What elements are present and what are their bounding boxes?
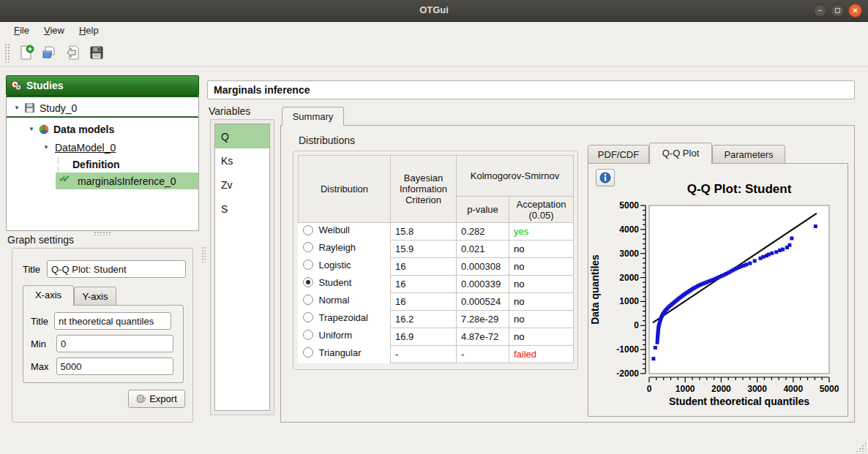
tree-item-definition[interactable]: Definition <box>7 156 198 173</box>
tree-item-study-label: Study_0 <box>40 102 77 114</box>
column-header-distribution: Distribution <box>299 156 391 223</box>
expand-arrow-icon[interactable]: ▼ <box>42 144 50 151</box>
table-row[interactable]: Normal 16 0.000524 no <box>299 293 574 311</box>
menu-bar: File View Help <box>0 22 868 39</box>
new-study-button[interactable] <box>15 42 38 64</box>
svg-text:-1000: -1000 <box>616 344 639 355</box>
pvalue-value: 0.000308 <box>457 258 509 276</box>
variable-item-s[interactable]: S <box>215 197 269 221</box>
axis-max-label: Max <box>31 361 49 372</box>
svg-text:Student theoretical quantiles: Student theoretical quantiles <box>669 396 809 407</box>
radio-button[interactable] <box>303 225 313 235</box>
radio-button[interactable] <box>303 312 313 322</box>
x-axis-settings: Title Min Max <box>23 305 184 383</box>
tab-y-axis[interactable]: Y-axis <box>74 287 116 306</box>
svg-text:2000: 2000 <box>711 384 731 394</box>
import-script-button[interactable] <box>61 42 85 64</box>
radio-button[interactable] <box>303 347 313 357</box>
pvalue-value: 7.28e-29 <box>457 311 509 328</box>
export-icon <box>136 394 146 404</box>
table-row[interactable]: Student 16 0.000339 no <box>299 276 574 293</box>
tree-item-data-models-label: Data models <box>53 124 114 135</box>
maximize-icon[interactable] <box>831 4 845 18</box>
variable-item-zv[interactable]: Zv <box>215 173 269 197</box>
save-button[interactable] <box>85 42 108 64</box>
graph-title-label: Title <box>23 264 40 275</box>
export-button[interactable]: Export <box>128 390 185 408</box>
acceptation-value: failed <box>509 346 574 363</box>
svg-text:0: 0 <box>634 320 639 330</box>
horizontal-splitter-handle[interactable] <box>94 231 111 235</box>
bic-value: 16.2 <box>391 311 457 328</box>
graph-title-input[interactable] <box>47 260 186 278</box>
tab-parameters[interactable]: Parameters <box>712 145 785 163</box>
variable-item-q[interactable]: Q <box>215 124 269 148</box>
menu-view[interactable]: View <box>37 23 71 37</box>
otgui-logo-icon <box>11 80 22 91</box>
tree-item-data-models[interactable]: ▼ Data models <box>7 121 198 137</box>
expand-arrow-icon[interactable]: ▼ <box>12 105 21 111</box>
svg-text:1000: 1000 <box>676 384 695 394</box>
radio-button[interactable] <box>303 330 313 340</box>
axis-min-input[interactable] <box>56 335 173 352</box>
axis-title-input[interactable] <box>54 312 171 330</box>
export-button-label: Export <box>149 393 177 404</box>
radio-button[interactable] <box>303 242 313 252</box>
tree-item-marginals-inference[interactable]: ✔✔ marginalsInference_0 <box>7 173 198 189</box>
tab-x-axis[interactable]: X-axis <box>23 285 74 306</box>
analysis-check-icon: ✔✔ <box>59 175 73 188</box>
svg-text:4000: 4000 <box>619 224 639 235</box>
variable-item-ks[interactable]: Ks <box>215 148 269 173</box>
bic-value: 16.9 <box>391 328 457 346</box>
vertical-splitter-handle[interactable] <box>201 246 206 262</box>
tab-qq-plot[interactable]: Q-Q Plot <box>649 143 712 164</box>
title-bar[interactable]: OTGui − × <box>0 0 868 22</box>
radio-button[interactable] <box>303 260 313 270</box>
radio-button[interactable] <box>303 295 313 305</box>
table-row[interactable]: Logistic 16 0.000308 no <box>299 258 574 276</box>
table-row[interactable]: Weibull 15.8 0.282 yes <box>299 223 574 241</box>
radio-button[interactable] <box>303 277 313 287</box>
expand-arrow-icon[interactable]: ▼ <box>27 126 36 132</box>
table-row[interactable]: Rayleigh 15.9 0.021 no <box>299 241 574 258</box>
table-row[interactable]: Uniform 16.9 4.87e-72 no <box>299 328 574 346</box>
distributions-label: Distributions <box>299 135 355 146</box>
window-controls: − × <box>813 4 862 18</box>
tab-summary[interactable]: Summary <box>282 107 344 126</box>
open-study-button[interactable] <box>38 42 61 64</box>
acceptation-value: no <box>509 276 574 293</box>
svg-text:-2000: -2000 <box>616 368 639 379</box>
menu-help[interactable]: Help <box>72 23 105 37</box>
menu-file[interactable]: File <box>7 23 36 37</box>
acceptation-value: no <box>509 328 574 346</box>
acceptation-value: yes <box>509 223 574 241</box>
data-models-pie-icon <box>39 124 49 135</box>
svg-text:2000: 2000 <box>619 273 639 283</box>
toolbar <box>0 39 868 67</box>
studies-panel-header: Studies <box>6 75 199 96</box>
close-icon[interactable]: × <box>848 4 862 18</box>
studies-panel-title: Studies <box>26 80 64 91</box>
studies-tree: ▼ Study_0 ▼ Data models ▼ DataModel_0 De… <box>6 96 199 231</box>
bic-value: 16 <box>391 258 457 276</box>
pvalue-value: 4.87e-72 <box>457 328 509 346</box>
distribution-name: Weibull <box>319 224 350 235</box>
column-header-pvalue: p-value <box>457 197 509 223</box>
table-row[interactable]: Trapezoidal 16.2 7.28e-29 no <box>299 311 574 328</box>
tab-pdf-cdf[interactable]: PDF/CDF <box>588 145 649 163</box>
toolbar-drag-handle[interactable] <box>4 43 10 62</box>
window-title: OTGui <box>0 4 868 15</box>
table-row[interactable]: Triangular - - failed <box>299 346 574 363</box>
distribution-name: Rayleigh <box>319 242 356 253</box>
bic-value: 15.8 <box>391 223 457 241</box>
minimize-icon[interactable]: − <box>813 4 827 18</box>
axis-max-input[interactable] <box>56 357 173 375</box>
variables-label: Variables <box>209 105 250 117</box>
tree-item-marginals-label: marginalsInference_0 <box>78 175 176 187</box>
tree-item-definition-label: Definition <box>72 159 120 170</box>
column-header-ks: Kolmogorov-Smirnov <box>457 156 574 197</box>
tree-item-data-model[interactable]: ▼ DataModel_0 <box>7 139 198 156</box>
tree-item-study[interactable]: ▼ Study_0 <box>7 101 198 118</box>
window-resize-grip[interactable] <box>856 442 866 452</box>
distribution-name: Normal <box>319 295 350 306</box>
